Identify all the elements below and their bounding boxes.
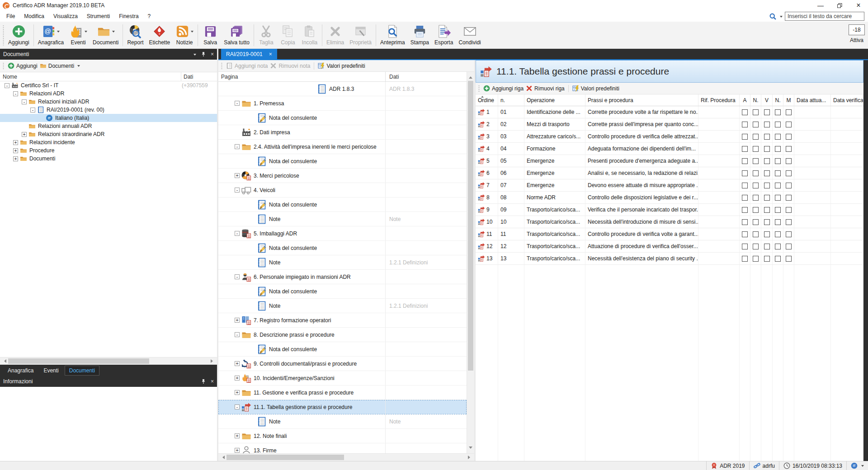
toolbar-salva-tutto-button[interactable]: Salva tutto (221, 22, 252, 48)
checkbox[interactable] (786, 207, 792, 213)
page-item-9-controlli-documentali-prassi-e-procedure[interactable]: +9. Controlli documentali/prassi e proce… (218, 357, 467, 371)
toolbar-esporta-button[interactable]: Esporta (432, 22, 456, 48)
scroll-left-icon[interactable] (2, 359, 6, 363)
expand-icon[interactable]: + (235, 433, 240, 438)
scrollbar-thumb[interactable] (468, 81, 473, 371)
toolbar-aggiungi-button[interactable]: Aggiungi (5, 22, 32, 48)
page-item-nota-del-consulente[interactable]: Nota del consulente (218, 197, 467, 212)
checkbox[interactable] (753, 146, 759, 152)
checkbox[interactable] (775, 122, 781, 127)
checkbox[interactable] (764, 146, 770, 152)
close-button[interactable]: × (849, 0, 868, 11)
column-header-data-verifica[interactable]: Data verifica (831, 94, 863, 106)
chevron-down-icon[interactable] (85, 31, 87, 34)
checkbox[interactable] (742, 207, 748, 213)
checkbox[interactable] (786, 134, 792, 140)
checkbox[interactable] (764, 256, 770, 262)
scroll-right-icon[interactable] (211, 359, 215, 363)
checkbox[interactable] (775, 109, 781, 115)
checkbox[interactable] (786, 195, 792, 201)
checkbox[interactable] (764, 122, 770, 127)
tree-item-certifico-srl-it[interactable]: -Certifico Srl - IT(+3907559 (0, 81, 217, 89)
table-row[interactable]: 606EmergenzeAnalisi e, se necessario, la… (476, 167, 863, 179)
checkbox[interactable] (764, 207, 770, 213)
page-item-nota-del-consulente[interactable]: Nota del consulente (218, 111, 467, 125)
expand-icon[interactable]: + (235, 390, 240, 395)
tree-item-relazioni-iniziali-adr[interactable]: -Relazioni iniziali ADR (0, 98, 217, 106)
expand-icon[interactable]: + (235, 376, 240, 381)
scroll-left-icon[interactable] (221, 456, 225, 459)
checkbox[interactable] (775, 158, 781, 164)
checkbox[interactable] (753, 231, 759, 237)
page-item-3-merci-pericolose[interactable]: +3. Merci pericolose (218, 169, 467, 183)
tree-item-procedure[interactable]: +Procedure (0, 146, 217, 155)
checkbox[interactable] (775, 207, 781, 213)
page-item-6-personale-impiegato-in-mansioni-adr[interactable]: -6. Personale impiegato in mansioni ADR (218, 270, 467, 284)
menu-modifica[interactable]: Modifica (19, 12, 49, 21)
page-item-4-veicoli[interactable]: -4. Veicoli (218, 183, 467, 197)
column-header-m[interactable]: M (783, 94, 794, 106)
minimize-button[interactable]: — (811, 0, 830, 11)
toolbar-eventi-button[interactable]: Eventi (66, 22, 90, 48)
page-item-11-gestione-e-verifica-prassi-e-procedure[interactable]: +11. Gestione e verifica prassi e proced… (218, 385, 467, 400)
column-header-rif-procedura[interactable]: Rif. Procedura (698, 94, 740, 106)
checkbox[interactable] (764, 219, 770, 225)
tree-item-relazioni-straordinarie-adr[interactable]: +Relazioni straordinarie ADR (0, 130, 217, 138)
chevron-down-icon[interactable] (191, 31, 193, 34)
page-item-2-4-attivit-dell-impresa-inerenti-le-merci-pericolose[interactable]: -2.4. Attività dell'impresa inerenti le … (218, 140, 467, 154)
sidebar-horizontal-scrollbar[interactable] (0, 357, 217, 365)
column-header-data-attua[interactable]: Data attua... (794, 94, 831, 106)
checkbox[interactable] (775, 170, 781, 176)
checkbox[interactable] (775, 219, 781, 225)
page-item-12-note-finali[interactable]: +12. Note finali (218, 429, 467, 443)
checkbox[interactable] (753, 170, 759, 176)
pin-icon[interactable] (201, 379, 206, 384)
toolbar-documenti-button[interactable]: Documenti (90, 22, 121, 48)
page-item-7-registro-formazione-operatori[interactable]: +7. Registro formazione operatori (218, 313, 467, 328)
table-row[interactable]: 202Mezzi di trasportoCorrette prassi del… (476, 118, 863, 131)
checkbox[interactable] (742, 158, 748, 164)
page-item-2-dati-impresa[interactable]: 2. Dati impresa (218, 125, 467, 140)
collapse-icon[interactable]: - (5, 83, 9, 88)
checkbox[interactable] (742, 244, 748, 249)
page-item-note[interactable]: Note1.2.1 Definizioni (218, 255, 467, 270)
checkbox[interactable] (742, 170, 748, 176)
table-row[interactable]: 303Attrezzature carico/s...Controllo pro… (476, 131, 863, 143)
table-row[interactable]: 1212Trasporto/carico/sca...Attuazione di… (476, 240, 863, 253)
checkbox[interactable] (742, 231, 748, 237)
scrollbar-thumb[interactable] (8, 358, 149, 364)
menu-strumenti[interactable]: Strumenti (82, 12, 114, 21)
page-item-note[interactable]: NoteNote (218, 414, 467, 429)
tab-close-icon[interactable]: × (269, 51, 272, 57)
column-header-v[interactable]: V (761, 94, 773, 106)
checkbox[interactable] (786, 256, 792, 262)
collapse-icon[interactable]: - (235, 274, 240, 279)
tree-item-relazioni-adr[interactable]: -Relazioni ADR (0, 89, 217, 98)
checkbox[interactable] (786, 219, 792, 225)
sidebar-menu-icon[interactable] (193, 54, 196, 57)
tree-item-relazioni-annuali-adr[interactable]: Relazioni annuali ADR (0, 122, 217, 130)
column-header-n[interactable]: N. (750, 94, 761, 106)
checkbox[interactable] (764, 244, 770, 249)
table-row[interactable]: 808Norme ADRControllo delle disposizioni… (476, 192, 863, 204)
toolbar-salva-button[interactable]: Salva (199, 22, 221, 48)
column-header-prassi-e-procedura[interactable]: Prassi e procedura (585, 94, 698, 106)
defaults-button[interactable]: Valori predefiniti (318, 62, 365, 69)
sidebar-add-button[interactable]: Aggiungi (8, 62, 38, 69)
sidebar-tab-anagrafica[interactable]: Anagrafica (4, 366, 38, 375)
language-selector[interactable]: IT (846, 461, 868, 470)
column-header-ordine[interactable]: Ordine (476, 94, 498, 106)
collapse-icon[interactable]: - (235, 404, 240, 409)
pages-horizontal-scrollbar[interactable] (218, 453, 474, 461)
sidebar-documents-dropdown[interactable]: Documenti (40, 62, 80, 69)
expand-icon[interactable]: + (13, 156, 18, 161)
toolbar-condividi-button[interactable]: Condividi (456, 22, 483, 48)
restore-button[interactable] (830, 0, 849, 11)
checkbox[interactable] (742, 183, 748, 188)
checkbox[interactable] (753, 134, 759, 140)
checkbox[interactable] (753, 158, 759, 164)
collapse-icon[interactable]: - (235, 144, 240, 149)
collapse-icon[interactable]: - (235, 332, 240, 337)
checkbox[interactable] (742, 109, 748, 115)
collapsed-panel-strip[interactable] (863, 60, 868, 461)
